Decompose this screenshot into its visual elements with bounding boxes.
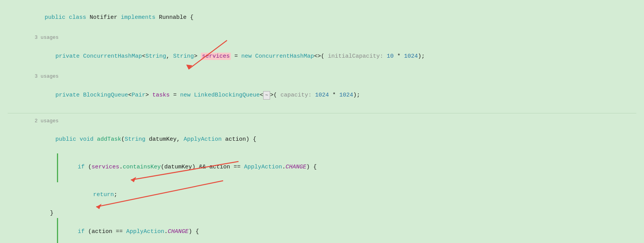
method-usages: 2 usages bbox=[35, 117, 636, 125]
param-type-apply-action: ApplyAction bbox=[184, 136, 222, 143]
semi-return: ; bbox=[114, 191, 117, 198]
if-line1: if (services.containsKey(datumKey) && ac… bbox=[12, 153, 636, 181]
equals2: = bbox=[170, 92, 180, 98]
tilde-box: ~ bbox=[263, 91, 270, 100]
method-signature: public void addTask(String datumKey, App… bbox=[12, 126, 636, 153]
interface-name: Runnable bbox=[159, 14, 190, 21]
type-blocking-queue: BlockingQueue bbox=[83, 92, 128, 98]
kw-return: return bbox=[93, 191, 114, 198]
var-services-highlighted: services bbox=[201, 53, 231, 60]
kw-void: void bbox=[80, 136, 97, 143]
num-1024b: 1024 bbox=[315, 92, 329, 98]
field1-usages: 3 usages bbox=[35, 34, 636, 42]
enum-change2: CHANGE bbox=[168, 228, 189, 235]
keyword-implements: implements bbox=[121, 14, 159, 21]
type-string1: String bbox=[145, 53, 166, 60]
if-open-paren: ( bbox=[88, 164, 92, 170]
kw-new2: new bbox=[180, 92, 194, 98]
if2-open: (action == bbox=[88, 228, 126, 235]
num-1024a: 1024 bbox=[404, 53, 418, 60]
type-string2: String bbox=[173, 53, 194, 60]
if-line2: if (action == ApplyAction.CHANGE) { bbox=[12, 218, 636, 243]
class-name: Notifier bbox=[90, 14, 121, 21]
generic-open2: < bbox=[128, 92, 132, 98]
dot2: . bbox=[282, 164, 285, 170]
param-type-string: String bbox=[125, 136, 145, 143]
var-tasks: tasks bbox=[152, 92, 170, 98]
close-brace1: } bbox=[12, 209, 636, 218]
param-datum-key: datumKey, bbox=[145, 136, 184, 143]
type-apply-action2: ApplyAction bbox=[126, 228, 164, 235]
generic-close2: > bbox=[145, 92, 152, 98]
type-linked-blocking-queue: LinkedBlockingQueue bbox=[194, 92, 260, 98]
field2-usages: 3 usages bbox=[35, 73, 636, 81]
class-declaration: public class Notifier implements Runnabl… bbox=[8, 4, 636, 32]
dot3: . bbox=[164, 228, 168, 235]
keyword-public: public bbox=[45, 14, 69, 21]
mult2: * bbox=[329, 92, 339, 98]
diamond: <>( bbox=[314, 53, 328, 60]
type-pair: Pair bbox=[132, 92, 145, 98]
paren-open: ( bbox=[121, 136, 125, 143]
param-capacity: capacity: bbox=[280, 92, 315, 98]
enum-change1: CHANGE bbox=[285, 164, 306, 170]
divider bbox=[8, 113, 636, 113]
method-section: 2 usages public void addTask(String datu… bbox=[8, 117, 636, 243]
diamond2: < bbox=[260, 92, 263, 98]
method-addtask: addTask bbox=[97, 136, 121, 143]
if-block2: if (action == ApplyAction.CHANGE) { serv… bbox=[12, 218, 636, 243]
field2-section: 3 usages private BlockingQueue<Pair> tas… bbox=[8, 73, 636, 109]
semi1: ); bbox=[418, 53, 425, 60]
kw-private: private bbox=[55, 53, 83, 60]
kw-if1: if bbox=[78, 164, 88, 170]
keyword-class: class bbox=[69, 14, 90, 21]
mult1: * bbox=[394, 53, 404, 60]
type-apply-action1: ApplyAction bbox=[244, 164, 282, 170]
var-services-call: services bbox=[92, 164, 119, 170]
kw-new1: new bbox=[241, 53, 255, 60]
diamond2-close: >( bbox=[270, 92, 280, 98]
kw-public2: public bbox=[55, 136, 80, 143]
equals: = bbox=[231, 53, 241, 60]
if2-close: ) { bbox=[189, 228, 199, 235]
kw-if2: if bbox=[78, 228, 88, 235]
semi2: ); bbox=[353, 92, 360, 98]
if-close: ) { bbox=[306, 164, 317, 170]
generic-close: > bbox=[194, 53, 201, 60]
type-concurrent-hashmap2: ConcurrentHashMap bbox=[255, 53, 314, 60]
field1-line: private ConcurrentHashMap<String, String… bbox=[12, 43, 636, 70]
field2-line: private BlockingQueue<Pair> tasks = new … bbox=[12, 82, 636, 109]
generic-open: < bbox=[142, 53, 145, 60]
return-line: return; bbox=[12, 181, 636, 209]
method-contains-key: containsKey bbox=[123, 164, 161, 170]
num-1024c: 1024 bbox=[339, 92, 353, 98]
param-initial-capacity: initialCapacity: bbox=[328, 53, 387, 60]
param-action: action) { bbox=[222, 136, 256, 143]
open-brace: { bbox=[190, 14, 194, 21]
num-10: 10 bbox=[387, 53, 394, 60]
code-container: public class Notifier implements Runnabl… bbox=[0, 0, 644, 243]
dot1: . bbox=[119, 164, 123, 170]
kw-private2: private bbox=[55, 92, 83, 98]
field1-section: 3 usages private ConcurrentHashMap<Strin… bbox=[8, 34, 636, 70]
if-block1: if (services.containsKey(datumKey) && ac… bbox=[12, 153, 636, 218]
comma: , bbox=[166, 53, 173, 60]
paren2: (datumKey) && action == bbox=[161, 164, 244, 170]
type-concurrent-hashmap: ConcurrentHashMap bbox=[83, 53, 142, 60]
